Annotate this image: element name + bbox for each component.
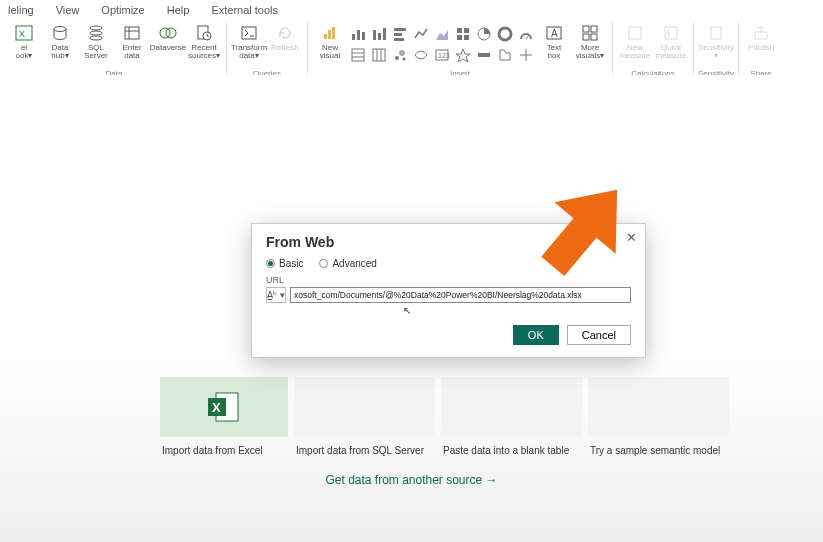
label: Advanced [332, 258, 376, 269]
visual-option-icon[interactable] [390, 24, 410, 44]
url-label: URL [266, 275, 631, 285]
visual-option-icon[interactable] [453, 24, 473, 44]
visual-option-icon[interactable] [411, 24, 431, 44]
new-measure-button[interactable]: Newmeasure [617, 22, 653, 68]
label: Basic [279, 258, 303, 269]
svg-point-9 [160, 28, 170, 38]
publish-button[interactable]: Publish [743, 22, 779, 68]
visual-option-icon[interactable] [348, 24, 368, 44]
visual-option-icon[interactable] [474, 24, 494, 44]
svg-rect-57 [711, 27, 721, 39]
label: measure [655, 52, 686, 60]
data-hub-icon [51, 24, 69, 42]
more-visuals-button[interactable]: Morevisuals▾ [572, 22, 608, 68]
svg-rect-51 [583, 26, 589, 32]
sql-server-button[interactable]: SQLServer [78, 22, 114, 68]
transform-data-button[interactable]: Transformdata▾ [231, 22, 267, 68]
tab-external-tools[interactable]: External tools [209, 2, 280, 20]
svg-rect-24 [383, 28, 386, 40]
tab-view[interactable]: View [54, 2, 82, 20]
svg-point-34 [499, 28, 511, 40]
label: Server [84, 52, 108, 60]
enter-data-button[interactable]: Enterdata [114, 22, 150, 68]
visual-option-icon[interactable] [516, 24, 536, 44]
quick-measure-button[interactable]: Quickmeasure [653, 22, 689, 68]
sql-icon [87, 24, 105, 42]
publish-icon [752, 24, 770, 42]
visual-option-icon[interactable] [390, 45, 410, 65]
svg-point-44 [403, 58, 406, 61]
cancel-button[interactable]: Cancel [567, 325, 631, 345]
visual-option-icon[interactable]: 123 [432, 45, 452, 65]
visual-gallery: 123 [348, 22, 536, 68]
svg-point-42 [395, 56, 399, 60]
excel-workbook-button[interactable]: X elook▾ [6, 22, 42, 68]
svg-rect-21 [362, 32, 365, 40]
tile-paste-blank[interactable] [441, 377, 582, 437]
tile-import-sql[interactable] [294, 377, 435, 437]
svg-rect-31 [457, 35, 462, 40]
tab-help[interactable]: Help [165, 2, 192, 20]
group-share: Publish Share [739, 22, 783, 80]
svg-point-43 [399, 50, 405, 56]
radio-advanced[interactable]: Advanced [319, 258, 376, 269]
visual-option-icon[interactable] [495, 45, 515, 65]
radio-dot-icon [319, 259, 328, 268]
close-icon[interactable]: ✕ [626, 230, 637, 245]
svg-point-5 [90, 36, 102, 40]
svg-rect-27 [394, 38, 404, 41]
refresh-button[interactable]: Refresh [267, 22, 303, 68]
visual-option-icon[interactable] [411, 45, 431, 65]
svg-rect-22 [373, 30, 376, 40]
svg-point-4 [90, 31, 102, 35]
transform-icon [240, 24, 258, 42]
label: Publish [748, 44, 774, 52]
tile-import-excel[interactable]: X [160, 377, 288, 437]
measure-icon [626, 24, 644, 42]
sensitivity-button[interactable]: Sensitivity▾ [698, 22, 734, 68]
url-input[interactable] [290, 287, 631, 303]
tab-modeling[interactable]: leling [6, 2, 36, 20]
svg-rect-53 [583, 34, 589, 40]
svg-rect-20 [357, 30, 360, 40]
tile-label: Try a sample semantic model [588, 445, 729, 456]
sensitivity-icon [707, 24, 725, 42]
excel-icon: X [15, 24, 33, 42]
label: data [124, 52, 140, 60]
text-box-button[interactable]: A Textbox [536, 22, 572, 68]
more-visuals-icon [581, 24, 599, 42]
group-calculations: Newmeasure Quickmeasure Calculations [613, 22, 694, 80]
visual-option-icon[interactable] [516, 45, 536, 65]
ribbon: X elook▾ Datahub▾ SQLServer Enterdata Da… [0, 20, 823, 81]
svg-rect-6 [125, 27, 139, 39]
visual-option-icon[interactable] [369, 45, 389, 65]
url-prefix-button[interactable]: A̲ᵇ ▾ [266, 287, 286, 303]
tile-sample-model[interactable] [588, 377, 729, 437]
recent-sources-button[interactable]: Recentsources▾ [186, 22, 222, 68]
svg-rect-25 [394, 28, 406, 31]
dataverse-button[interactable]: Dataverse [150, 22, 186, 68]
visual-option-icon[interactable] [369, 24, 389, 44]
svg-rect-29 [457, 28, 462, 33]
get-data-link[interactable]: Get data from another source → [0, 473, 823, 487]
svg-rect-30 [464, 28, 469, 33]
ok-button[interactable]: OK [513, 325, 559, 345]
new-visual-button[interactable]: Newvisual [312, 22, 348, 68]
visual-option-icon[interactable] [348, 45, 368, 65]
quick-measure-icon [662, 24, 680, 42]
tile-labels: Import data from Excel Import data from … [160, 445, 729, 456]
svg-rect-23 [378, 33, 381, 40]
tab-optimize[interactable]: Optimize [99, 2, 146, 20]
data-hub-button[interactable]: Datahub▾ [42, 22, 78, 68]
svg-rect-32 [464, 35, 469, 40]
svg-text:123: 123 [438, 52, 450, 59]
svg-text:A: A [551, 28, 558, 39]
visual-option-icon[interactable] [453, 45, 473, 65]
label: measure [619, 52, 650, 60]
visual-option-icon[interactable] [474, 45, 494, 65]
radio-basic[interactable]: Basic [266, 258, 303, 269]
visual-option-icon[interactable] [432, 24, 452, 44]
visual-option-icon[interactable] [495, 24, 515, 44]
group-insert: Newvisual 123 [308, 22, 613, 80]
svg-marker-47 [456, 49, 470, 62]
